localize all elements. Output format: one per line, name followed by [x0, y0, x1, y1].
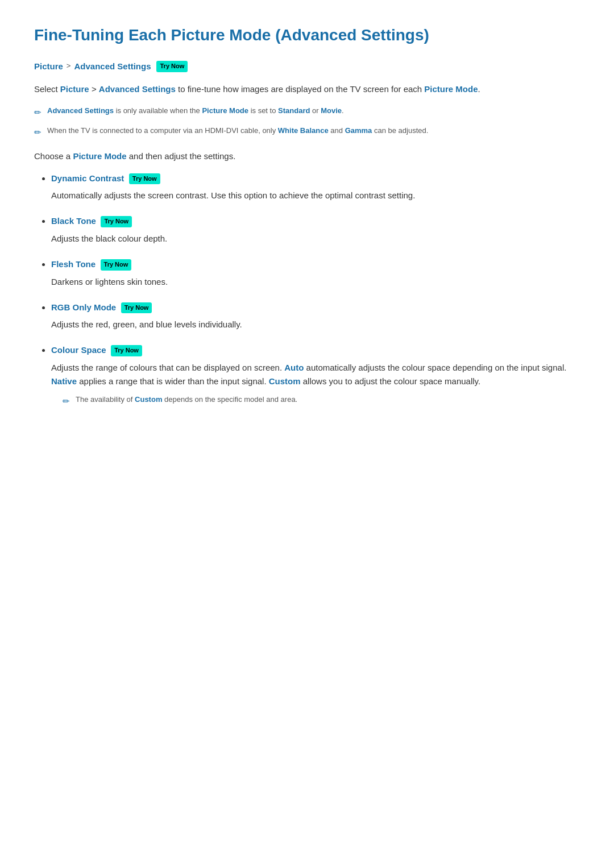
pencil-icon-2: ✏ — [34, 126, 42, 139]
black-tone-title[interactable]: Black Tone — [51, 216, 96, 226]
flesh-tone-title[interactable]: Flesh Tone — [51, 259, 96, 269]
note1-picture-mode-link[interactable]: Picture Mode — [202, 106, 248, 115]
flesh-tone-try-now[interactable]: Try Now — [101, 259, 132, 271]
note-item-2: ✏ When the TV is connected to a computer… — [34, 125, 580, 139]
breadcrumb-try-now-badge[interactable]: Try Now — [156, 61, 188, 72]
breadcrumb: Picture > Advanced Settings Try Now — [34, 60, 580, 73]
choose-text: Choose a Picture Mode and then adjust th… — [34, 149, 580, 163]
settings-list: Dynamic Contrast Try Now Automatically a… — [34, 171, 580, 408]
intro-picture-link[interactable]: Picture — [60, 84, 89, 94]
colour-space-try-now[interactable]: Try Now — [111, 345, 142, 356]
page-container: Fine-Tuning Each Picture Mode (Advanced … — [0, 0, 614, 454]
note1-advanced-settings-link[interactable]: Advanced Settings — [47, 106, 114, 115]
colour-space-title[interactable]: Colour Space — [51, 345, 106, 355]
colour-space-auto-link[interactable]: Auto — [284, 363, 304, 372]
setting-title-row: Black Tone Try Now — [51, 214, 580, 229]
note-text-2: When the TV is connected to a computer v… — [47, 125, 428, 137]
breadcrumb-advanced-settings[interactable]: Advanced Settings — [74, 60, 151, 73]
flesh-tone-desc: Darkens or lightens skin tones. — [51, 275, 580, 289]
setting-black-tone: Black Tone Try Now Adjusts the black col… — [51, 214, 580, 246]
intro-paragraph: Select Picture > Advanced Settings to fi… — [34, 82, 580, 96]
setting-title-row: RGB Only Mode Try Now — [51, 300, 580, 315]
setting-title-row: Colour Space Try Now — [51, 343, 580, 358]
rgb-only-mode-title[interactable]: RGB Only Mode — [51, 302, 116, 312]
black-tone-try-now[interactable]: Try Now — [101, 216, 132, 227]
page-title: Fine-Tuning Each Picture Mode (Advanced … — [34, 23, 580, 48]
setting-colour-space: Colour Space Try Now Adjusts the range o… — [51, 343, 580, 408]
pencil-icon-3: ✏ — [63, 394, 70, 408]
note-item-1: ✏ Advanced Settings is only available wh… — [34, 105, 580, 119]
intro-picture-mode-link[interactable]: Picture Mode — [424, 84, 478, 94]
black-tone-desc: Adjusts the black colour depth. — [51, 232, 580, 246]
choose-picture-mode-link[interactable]: Picture Mode — [73, 151, 126, 161]
note-text-1: Advanced Settings is only available when… — [47, 105, 344, 117]
colour-space-native-link[interactable]: Native — [51, 376, 77, 386]
rgb-only-mode-try-now[interactable]: Try Now — [121, 302, 152, 314]
setting-title-row: Dynamic Contrast Try Now — [51, 171, 580, 186]
dynamic-contrast-title[interactable]: Dynamic Contrast — [51, 173, 124, 183]
note2-gamma-link[interactable]: Gamma — [345, 126, 372, 135]
notes-list: ✏ Advanced Settings is only available wh… — [34, 105, 580, 139]
note1-standard-link[interactable]: Standard — [278, 106, 310, 115]
setting-title-row: Flesh Tone Try Now — [51, 257, 580, 272]
note2-white-balance-link[interactable]: White Balance — [278, 126, 329, 135]
colour-space-custom-note-link[interactable]: Custom — [135, 395, 162, 404]
rgb-only-mode-desc: Adjusts the red, green, and blue levels … — [51, 318, 580, 331]
colour-space-desc: Adjusts the range of colours that can be… — [51, 361, 580, 388]
intro-advanced-settings-link[interactable]: Advanced Settings — [99, 84, 176, 94]
dynamic-contrast-try-now[interactable]: Try Now — [129, 173, 160, 185]
breadcrumb-separator: > — [67, 60, 71, 72]
dynamic-contrast-desc: Automatically adjusts the screen contras… — [51, 189, 580, 202]
breadcrumb-picture[interactable]: Picture — [34, 60, 63, 73]
setting-rgb-only-mode: RGB Only Mode Try Now Adjusts the red, g… — [51, 300, 580, 332]
pencil-icon-1: ✏ — [34, 106, 42, 119]
colour-space-note-text: The availability of Custom depends on th… — [76, 394, 297, 406]
colour-space-sub-note: ✏ The availability of Custom depends on … — [51, 394, 580, 408]
colour-space-custom-link[interactable]: Custom — [269, 376, 301, 386]
setting-dynamic-contrast: Dynamic Contrast Try Now Automatically a… — [51, 171, 580, 203]
colour-space-note-row: ✏ The availability of Custom depends on … — [55, 394, 580, 408]
setting-flesh-tone: Flesh Tone Try Now Darkens or lightens s… — [51, 257, 580, 289]
note1-movie-link[interactable]: Movie — [321, 106, 342, 115]
